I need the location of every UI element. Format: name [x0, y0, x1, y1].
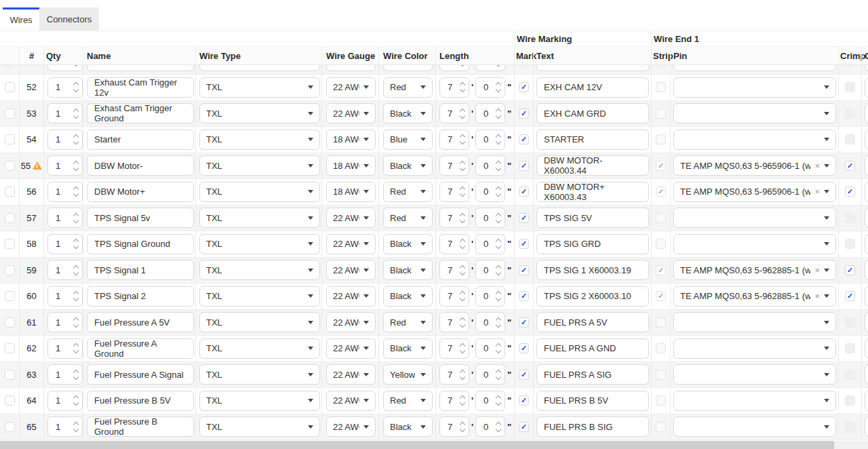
wire-gauge-select[interactable]: 22 AWG: [326, 416, 376, 437]
wire-gauge-select[interactable]: 22 AWG: [326, 312, 376, 332]
clipped-next-column-box[interactable]: [865, 208, 868, 228]
spinner-steppers[interactable]: [496, 130, 500, 149]
spinner-steppers[interactable]: [496, 208, 500, 227]
spinner-steppers[interactable]: [460, 156, 465, 175]
stepper-down-icon[interactable]: [496, 348, 501, 353]
wire-gauge-select[interactable]: 18 AWG: [326, 130, 376, 150]
qty-stepper[interactable]: 1: [47, 182, 83, 202]
mark-checkbox[interactable]: ✓: [519, 109, 529, 119]
length-inches-stepper[interactable]: 0: [475, 130, 505, 150]
length-inches-stepper[interactable]: 0: [475, 364, 505, 385]
mark-checkbox[interactable]: ✓: [519, 265, 529, 275]
length-inches-stepper[interactable]: 0: [475, 182, 505, 202]
stepper-down-icon[interactable]: [73, 427, 79, 432]
marking-text-input[interactable]: FUEL PRS A SIG: [536, 364, 649, 385]
clear-icon[interactable]: ×: [814, 291, 820, 301]
wire-name-input[interactable]: TPS Signal 2: [87, 286, 194, 307]
mark-checkbox[interactable]: ✓: [519, 317, 529, 328]
wire-gauge-select[interactable]: 22 AWG: [326, 286, 376, 307]
wire-color-select[interactable]: Black: [383, 286, 433, 307]
strip-checkbox[interactable]: [656, 343, 666, 353]
spinner-steppers[interactable]: [496, 156, 500, 175]
wire-type-select[interactable]: TXL: [199, 416, 320, 437]
crimp-checkbox[interactable]: [845, 395, 855, 406]
marking-text-input[interactable]: EXH CAM 12V: [536, 77, 649, 98]
wire-color-select[interactable]: Red: [383, 391, 433, 411]
pin-select[interactable]: [673, 391, 836, 411]
pin-select[interactable]: [673, 312, 836, 332]
tab-wires[interactable]: Wires: [3, 7, 39, 31]
wire-gauge-select[interactable]: 18 AWG: [326, 182, 376, 202]
row-select-checkbox[interactable]: [5, 291, 15, 301]
wire-type-select[interactable]: TXL: [199, 391, 320, 411]
stepper-down-icon[interactable]: [496, 218, 501, 223]
spinner-steppers[interactable]: [74, 287, 78, 306]
length-feet-stepper[interactable]: 7: [439, 77, 469, 98]
crimp-checkbox[interactable]: ✓: [845, 291, 855, 301]
clear-icon[interactable]: ×: [814, 265, 820, 275]
stepper-down-icon[interactable]: [496, 322, 501, 328]
spinner-steppers[interactable]: [74, 417, 78, 436]
spinner-steppers[interactable]: [74, 65, 78, 71]
stepper-down-icon[interactable]: [73, 113, 79, 119]
strip-checkbox[interactable]: [656, 395, 666, 406]
crimp-checkbox[interactable]: [845, 370, 855, 380]
clipped-next-column-box[interactable]: [865, 416, 868, 437]
pin-select[interactable]: [673, 364, 836, 385]
stepper-down-icon[interactable]: [460, 427, 465, 432]
length-inches-stepper[interactable]: 0: [475, 391, 505, 411]
row-select-checkbox[interactable]: [5, 134, 15, 144]
crimp-checkbox[interactable]: [845, 82, 855, 92]
clipped-next-column-box[interactable]: [865, 103, 868, 123]
clipped-next-column-box[interactable]: [865, 234, 868, 254]
spinner-steppers[interactable]: [460, 235, 465, 254]
wire-type-select[interactable]: TXL: [199, 234, 320, 254]
length-feet-stepper[interactable]: 7: [439, 234, 469, 254]
row-select-checkbox[interactable]: [5, 265, 15, 275]
wire-type-select[interactable]: TXL: [199, 286, 320, 307]
stepper-down-icon[interactable]: [460, 348, 465, 353]
wire-color-select[interactable]: Red: [383, 77, 433, 98]
wire-type-select[interactable]: TXL: [199, 130, 320, 150]
clipped-next-column-box[interactable]: [865, 155, 868, 176]
qty-stepper[interactable]: 1: [47, 286, 83, 307]
qty-stepper[interactable]: 1: [47, 130, 83, 150]
pin-select[interactable]: [673, 338, 836, 359]
marking-text-input[interactable]: TPS SIG 1 X60003.19: [536, 260, 649, 280]
strip-checkbox[interactable]: ✓: [656, 265, 666, 275]
pin-select[interactable]: [673, 130, 836, 150]
wire-color-select[interactable]: Red: [383, 312, 433, 332]
crimp-checkbox[interactable]: [845, 134, 855, 144]
wire-color-select[interactable]: Black: [383, 155, 433, 176]
stepper-down-icon[interactable]: [460, 400, 465, 406]
wire-name-input[interactable]: Fuel Pressure A 5V: [87, 312, 194, 332]
stepper-down-icon[interactable]: [496, 139, 501, 144]
stepper-down-icon[interactable]: [460, 243, 465, 249]
wire-gauge-select[interactable]: 22 AWG: [326, 338, 376, 359]
spinner-steppers[interactable]: [496, 313, 500, 332]
spinner-steppers[interactable]: [74, 130, 78, 149]
pin-select[interactable]: [673, 208, 836, 228]
wire-type-select[interactable]: TXL: [199, 208, 320, 228]
wire-name-input[interactable]: [87, 65, 194, 71]
mark-checkbox[interactable]: ✓: [519, 422, 529, 432]
stepper-down-icon[interactable]: [496, 87, 501, 92]
spinner-steppers[interactable]: [460, 313, 465, 332]
wire-name-input[interactable]: DBW Motor+: [87, 182, 194, 202]
stepper-down-icon[interactable]: [460, 65, 465, 66]
stepper-down-icon[interactable]: [460, 191, 465, 197]
length-feet-stepper[interactable]: 7: [439, 130, 469, 150]
crimp-checkbox[interactable]: [845, 213, 855, 223]
spinner-steppers[interactable]: [460, 365, 465, 384]
stepper-down-icon[interactable]: [496, 113, 501, 119]
wire-color-select[interactable]: Blue: [383, 130, 433, 150]
qty-stepper[interactable]: 1: [47, 312, 83, 332]
length-feet-stepper[interactable]: 7: [439, 208, 469, 228]
stepper-down-icon[interactable]: [73, 87, 79, 92]
clipped-next-column-box[interactable]: [865, 130, 868, 150]
tab-connectors[interactable]: Connectors: [39, 7, 99, 31]
row-select-checkbox[interactable]: [5, 65, 15, 66]
stepper-down-icon[interactable]: [460, 374, 465, 380]
stepper-down-icon[interactable]: [460, 87, 465, 92]
wire-gauge-select[interactable]: 18 AWG: [326, 155, 376, 176]
